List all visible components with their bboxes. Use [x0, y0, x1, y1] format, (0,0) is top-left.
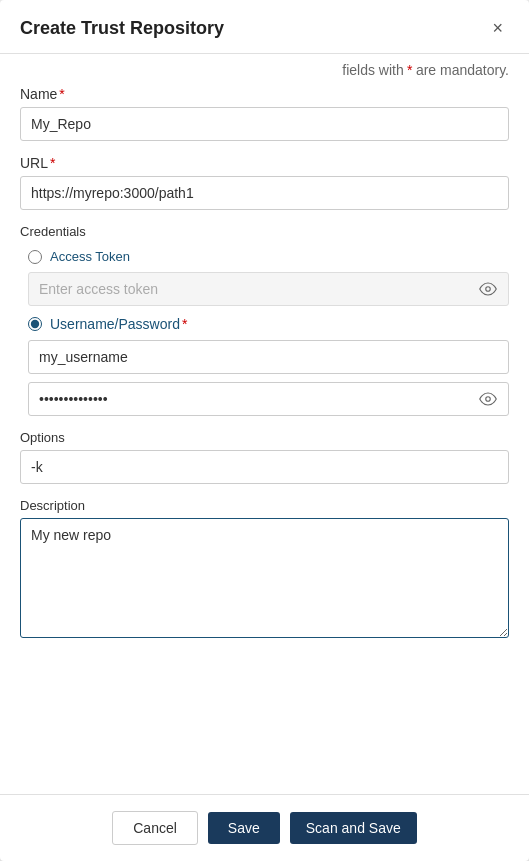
- options-input[interactable]: [20, 450, 509, 484]
- username-password-required: *: [182, 316, 187, 332]
- url-required: *: [50, 155, 55, 171]
- access-token-radio[interactable]: [28, 250, 42, 264]
- credentials-section: Credentials Access Token: [20, 224, 509, 416]
- mandatory-text-suffix: are mandatory.: [416, 62, 509, 78]
- create-trust-repository-dialog: Create Trust Repository × fields with * …: [0, 0, 529, 861]
- access-token-label[interactable]: Access Token: [50, 249, 130, 264]
- close-button[interactable]: ×: [486, 16, 509, 41]
- url-input[interactable]: [20, 176, 509, 210]
- username-password-label[interactable]: Username/Password*: [50, 316, 187, 332]
- save-button[interactable]: Save: [208, 812, 280, 844]
- dialog-footer: Cancel Save Scan and Save: [0, 794, 529, 861]
- name-input[interactable]: [20, 107, 509, 141]
- mandatory-asterisk: *: [407, 62, 412, 78]
- cancel-button[interactable]: Cancel: [112, 811, 198, 845]
- mandatory-note: fields with * are mandatory.: [0, 54, 529, 82]
- credentials-label: Credentials: [20, 224, 509, 239]
- dialog-title: Create Trust Repository: [20, 18, 224, 39]
- svg-point-1: [486, 397, 491, 402]
- username-password-wrapper: [28, 340, 509, 416]
- mandatory-text-prefix: fields with: [342, 62, 403, 78]
- scan-and-save-button[interactable]: Scan and Save: [290, 812, 417, 844]
- access-token-input[interactable]: [28, 272, 509, 306]
- name-required: *: [59, 86, 64, 102]
- name-label: Name*: [20, 86, 509, 102]
- username-password-radio[interactable]: [28, 317, 42, 331]
- description-field-group: Description My new repo: [20, 498, 509, 641]
- dialog-header: Create Trust Repository ×: [0, 0, 529, 54]
- eye-icon: [479, 390, 497, 408]
- access-token-wrapper: [28, 272, 509, 306]
- url-label: URL*: [20, 155, 509, 171]
- svg-point-0: [486, 287, 491, 292]
- access-token-eye-button[interactable]: [477, 278, 499, 300]
- access-token-input-wrapper: [28, 272, 509, 306]
- description-textarea[interactable]: My new repo: [20, 518, 509, 638]
- dialog-body: Name* URL* Credentials Access Token: [0, 82, 529, 794]
- username-input[interactable]: [28, 340, 509, 374]
- options-label: Options: [20, 430, 509, 445]
- access-token-option: Access Token: [20, 249, 509, 264]
- password-input[interactable]: [28, 382, 509, 416]
- eye-icon: [479, 280, 497, 298]
- description-label: Description: [20, 498, 509, 513]
- password-eye-button[interactable]: [477, 388, 499, 410]
- name-field-group: Name*: [20, 86, 509, 141]
- url-field-group: URL*: [20, 155, 509, 210]
- password-input-wrapper: [28, 382, 509, 416]
- options-field-group: Options: [20, 430, 509, 484]
- username-password-option: Username/Password*: [20, 316, 509, 332]
